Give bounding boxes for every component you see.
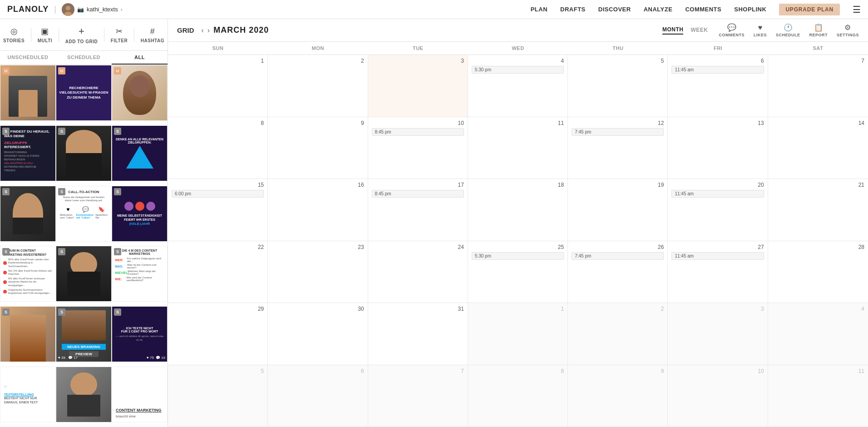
cal-cell-mar13[interactable]: 13 [668, 117, 768, 179]
tab-unscheduled[interactable]: UNSCHEDULED [0, 51, 56, 65]
toolbar-stories[interactable]: ◎ STORIES [3, 26, 25, 43]
list-item[interactable]: CONTENT MARKETING braucht eine [112, 367, 168, 422]
tab-scheduled[interactable]: SCHEDULED [56, 51, 112, 65]
calendar-event[interactable]: 5:30 pm [472, 66, 564, 74]
cal-cell-apr8[interactable]: 8 [468, 365, 568, 427]
nav-shoplink[interactable]: SHOPLINK [734, 6, 766, 13]
cal-cell-mar5[interactable]: 5 [568, 55, 668, 117]
nav-comments[interactable]: COMMENTS [685, 6, 721, 13]
toolbar-multi[interactable]: ▣ MULTI [38, 26, 52, 43]
nav-plan[interactable]: PLAN [531, 6, 547, 13]
list-item[interactable]: SO FINDEST DU HERAUS, WAS DEINE ZIELGRUP… [0, 125, 56, 181]
prev-month-button[interactable]: ‹ [202, 26, 204, 35]
cal-cell-mar30[interactable]: 30 [268, 303, 368, 365]
cal-cell-mar31[interactable]: 31 [368, 303, 468, 365]
cal-cell-mar26[interactable]: 26 7:45 pm [568, 241, 668, 303]
cal-cell-apr4[interactable]: 4 [768, 303, 868, 365]
nav-analyze[interactable]: ANALYZE [644, 6, 673, 13]
list-item[interactable]: NEUES BRANDING PREVIEW S ♥ 39 💬 17 [56, 306, 112, 362]
tab-all[interactable]: ALL [112, 51, 168, 65]
cal-cell-apr2[interactable]: 2 [568, 303, 668, 365]
hamburger-icon[interactable]: ☰ [853, 4, 861, 15]
cal-cell-apr3[interactable]: 3 [668, 303, 768, 365]
list-item[interactable]: S [0, 306, 56, 362]
cal-cell-mar28[interactable]: 28 [768, 241, 868, 303]
list-item[interactable]: U [0, 65, 56, 121]
cal-cell-mar25[interactable]: 25 5:30 pm [468, 241, 568, 303]
nav-discover[interactable]: DISCOVER [598, 6, 631, 13]
toolbar-hashtag[interactable]: # HASHTAG [141, 27, 164, 43]
cal-cell-mar18[interactable]: 18 [468, 179, 568, 241]
cal-cell-mar8[interactable]: 8 [168, 117, 268, 179]
list-item[interactable]: U [112, 65, 168, 121]
account-info[interactable]: 📷 kathi_ktexts › [62, 3, 123, 16]
cal-cell-apr9[interactable]: 9 [568, 365, 668, 427]
list-item[interactable]: CALL-TO-ACTION Nutze die Gelegenheit und… [56, 186, 112, 242]
cal-cell-mar17[interactable]: 17 8:45 pm [368, 179, 468, 241]
cal-cell-mar2[interactable]: 2 [268, 55, 368, 117]
calendar-event[interactable]: 5:30 pm [472, 252, 564, 260]
calendar-event[interactable]: 11:45 am [671, 252, 764, 260]
cal-cell-mar10[interactable]: 10 8:45 pm [368, 117, 468, 179]
likes-icon-btn[interactable]: ♥ LIKES [754, 24, 767, 37]
upgrade-plan-button[interactable]: UPGRADE PLAN [779, 4, 840, 15]
nav-drafts[interactable]: DRAFTS [560, 6, 586, 13]
calendar-event[interactable]: 11:45 am [671, 190, 764, 198]
cal-cell-mar24[interactable]: 24 [368, 241, 468, 303]
cal-cell-apr1[interactable]: 1 [468, 303, 568, 365]
list-item[interactable]: ICH TEXTE NICHTFÜR 3 CENT PRO WORT — und… [112, 306, 168, 362]
calendar-event[interactable]: 8:45 pm [372, 190, 464, 198]
cal-cell-apr7[interactable]: 7 [368, 365, 468, 427]
week-view-button[interactable]: WEEK [690, 27, 708, 34]
cal-cell-mar21[interactable]: 21 [768, 179, 868, 241]
cal-cell-mar9[interactable]: 9 [268, 117, 368, 179]
cal-cell-mar3[interactable]: 3 [368, 55, 468, 117]
list-item[interactable]: DENKE AN ALLE RELEVANTEN ZIELGRUPPEN: S [112, 125, 168, 181]
list-item[interactable]: RECHERCHIEREVIELGESUCHTE W-FRAGENZU DEIN… [56, 65, 112, 121]
calendar-event[interactable]: 8:45 pm [372, 128, 464, 136]
comments-icon-btn[interactable]: 💬 COMMENTS [719, 23, 745, 37]
cal-cell-mar11[interactable]: 11 [468, 117, 568, 179]
cal-cell-mar14[interactable]: 14 [768, 117, 868, 179]
cal-cell-apr10[interactable]: 10 [668, 365, 768, 427]
cal-cell-mar4[interactable]: 4 5:30 pm [468, 55, 568, 117]
settings-icon-btn[interactable]: ⚙ SETTINGS [837, 23, 859, 37]
cal-cell-mar19[interactable]: 19 [568, 179, 668, 241]
list-item[interactable]: S [56, 125, 112, 181]
calendar-header: GRID ‹ › MARCH 2020 MONTH WEEK 💬 COMMENT… [168, 19, 868, 42]
list-item[interactable]: S [0, 186, 56, 242]
cal-cell-mar1[interactable]: 1 [168, 55, 268, 117]
month-view-button[interactable]: MONTH [662, 26, 684, 35]
next-month-button[interactable]: › [207, 26, 210, 35]
toolbar-filter[interactable]: ✂ FILTER [111, 26, 128, 43]
cal-cell-mar20[interactable]: 20 11:45 am [668, 179, 768, 241]
cal-cell-mar27[interactable]: 27 11:45 am [668, 241, 768, 303]
list-item[interactable]: S [56, 246, 112, 302]
date-number: 3 [671, 306, 764, 312]
date-number: 6 [271, 368, 364, 374]
cal-cell-mar23[interactable]: 23 [268, 241, 368, 303]
list-item[interactable]: MEINE SELBSTSTÄNDIGKEITFEIERT IHR ERSTES… [112, 186, 168, 242]
list-item[interactable]: " TEXTERSTELLUNG BESTEHT NICHT NUR DARAU… [0, 367, 56, 422]
list-item[interactable] [56, 367, 112, 422]
cal-cell-mar16[interactable]: 16 [268, 179, 368, 241]
cal-cell-mar6[interactable]: 6 11:45 am [668, 55, 768, 117]
cal-cell-apr5[interactable]: 5 [168, 365, 268, 427]
cal-cell-apr11[interactable]: 11 [768, 365, 868, 427]
calendar-event[interactable]: 7:45 pm [572, 128, 664, 136]
cal-cell-mar29[interactable]: 29 [168, 303, 268, 365]
toolbar-add[interactable]: + ADD TO GRID [65, 25, 98, 44]
cal-cell-mar7[interactable]: 7 [768, 55, 868, 117]
report-icon-btn[interactable]: 📋 REPORT [809, 23, 828, 37]
cal-cell-apr6[interactable]: 6 [268, 365, 368, 427]
calendar-event[interactable]: 7:45 pm [572, 252, 664, 260]
cal-cell-mar15[interactable]: 15 6:00 pm [168, 179, 268, 241]
cal-cell-mar12[interactable]: 12 7:45 pm [568, 117, 668, 179]
list-item[interactable]: DIE 4 M DES CONTENT MARKETINGS WER: Für … [112, 246, 168, 302]
calendar-event[interactable]: 6:00 pm [172, 190, 264, 198]
cal-cell-mar22[interactable]: 22 [168, 241, 268, 303]
calendar-event[interactable]: 11:45 am [671, 66, 764, 74]
schedule-icon-btn[interactable]: 🕐 SCHEDULE [776, 23, 800, 37]
calendar-icon-bar: 💬 COMMENTS ♥ LIKES 🕐 SCHEDULE 📋 REPORT [719, 23, 859, 37]
list-item[interactable]: WARUM IN CONTENT MARKETING INVESTIEREN? … [0, 246, 56, 302]
